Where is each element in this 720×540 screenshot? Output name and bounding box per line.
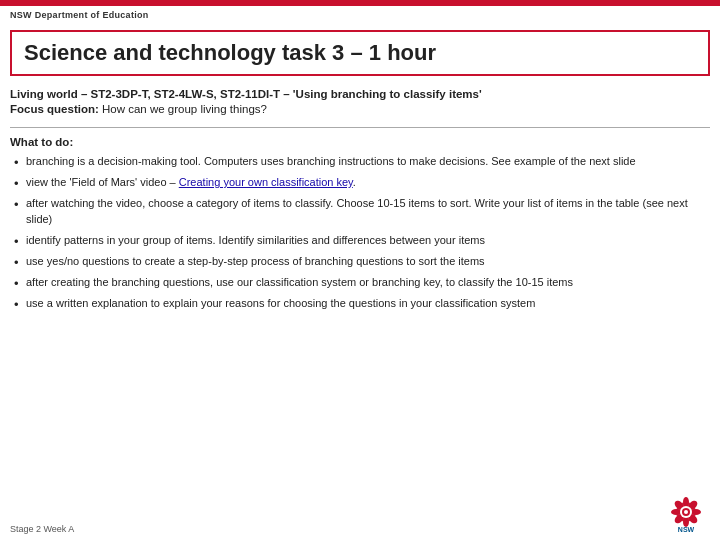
title-box: Science and technology task 3 – 1 hour: [10, 30, 710, 76]
divider: [10, 127, 710, 128]
focus-label: Focus question:: [10, 103, 99, 115]
nsw-gov-logo: NSW GOVERNMENT: [662, 496, 710, 536]
svg-point-4: [691, 509, 701, 515]
list-item: after creating the branching questions, …: [10, 275, 710, 291]
svg-point-11: [684, 510, 688, 514]
list-item: use a written explanation to explain you…: [10, 296, 710, 312]
focus-line: Focus question: How can we group living …: [10, 103, 710, 115]
list-item: branching is a decision-making tool. Com…: [10, 154, 710, 170]
page-title: Science and technology task 3 – 1 hour: [24, 40, 696, 66]
content-section: What to do: branching is a decision-maki…: [0, 132, 720, 312]
nsw-dept-label: NSW Department of Education: [10, 10, 149, 20]
subtitle-line: Living world – ST2-3DP-T, ST2-4LW-S, ST2…: [10, 88, 710, 100]
svg-text:GOVERNMENT: GOVERNMENT: [668, 535, 704, 536]
nsw-logo-bar: NSW Department of Education: [0, 6, 720, 24]
subtitle-section: Living world – ST2-3DP-T, ST2-4LW-S, ST2…: [0, 82, 720, 123]
task-list: branching is a decision-making tool. Com…: [10, 154, 710, 312]
classification-key-link[interactable]: Creating your own classification key: [179, 176, 353, 188]
list-item: identify patterns in your group of items…: [10, 233, 710, 249]
svg-point-3: [671, 509, 681, 515]
footer-text: Stage 2 Week A: [10, 524, 74, 534]
footer: Stage 2 Week A: [10, 524, 74, 534]
list-item: after watching the video, choose a categ…: [10, 196, 710, 228]
list-item: use yes/no questions to create a step-by…: [10, 254, 710, 270]
svg-point-1: [683, 497, 689, 507]
what-to-do-heading: What to do:: [10, 136, 710, 148]
svg-text:NSW: NSW: [678, 526, 695, 533]
focus-text: How can we group living things?: [99, 103, 267, 115]
list-item: view the 'Field of Mars' video – Creatin…: [10, 175, 710, 191]
